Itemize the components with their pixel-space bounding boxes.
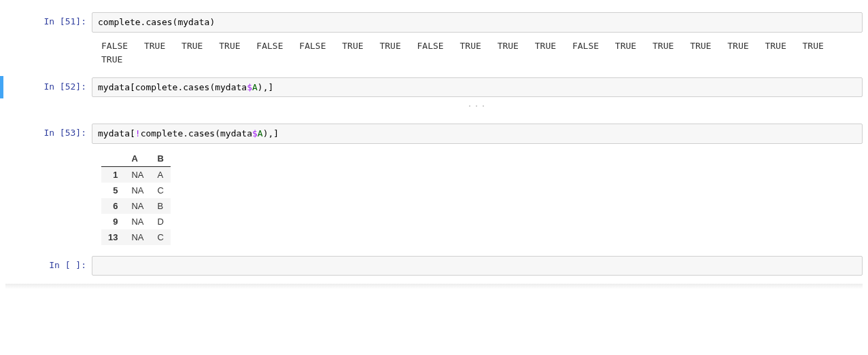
- table-row: 13 NA C: [101, 229, 171, 245]
- cell-A: NA: [124, 229, 150, 245]
- table-row: 6 NA B: [101, 198, 171, 214]
- code-input[interactable]: [92, 256, 863, 276]
- code-token: mydata: [215, 82, 247, 92]
- code-token: [: [130, 128, 135, 138]
- output-cell-53: . A B 1 NA A 5: [0, 148, 868, 250]
- code-token: complete.cases: [141, 128, 215, 138]
- table-index-header: [101, 151, 124, 167]
- row-index: 5: [101, 183, 124, 198]
- row-index: 1: [101, 166, 124, 183]
- cell-B: C: [151, 229, 171, 245]
- output-cell-51: . FALSE TRUE TRUE TRUE FALSE FALSE TRUE …: [0, 37, 868, 72]
- code-token: complete.cases: [135, 82, 210, 92]
- input-prompt: In [52]:: [3, 77, 92, 92]
- cell-A: NA: [124, 183, 150, 198]
- code-token: [: [130, 82, 135, 92]
- code-token: mydata: [98, 82, 130, 92]
- code-cell-empty[interactable]: In [ ]:: [0, 255, 868, 278]
- code-token: ]: [273, 128, 279, 138]
- table-row: 5 NA C: [101, 183, 171, 198]
- cell-A: NA: [124, 198, 150, 214]
- code-token: complete.cases: [98, 17, 173, 27]
- code-token: mydata: [177, 17, 209, 27]
- row-index: 9: [101, 214, 124, 229]
- code-input[interactable]: complete.cases(mydata): [92, 12, 863, 33]
- dataframe-output: A B 1 NA A 5 NA C 6: [92, 148, 864, 248]
- table-row: 9 NA D: [101, 214, 171, 229]
- input-prompt: In [53]:: [3, 124, 92, 138]
- code-input[interactable]: mydata[complete.cases(mydata$A),]: [92, 77, 863, 98]
- code-token: $: [252, 128, 258, 138]
- code-cell-52[interactable]: In [52]: mydata[complete.cases(mydata$A)…: [0, 76, 868, 99]
- code-token: ): [258, 82, 263, 92]
- code-token: A: [258, 128, 263, 138]
- cell-B: A: [151, 166, 171, 183]
- output-cell-52: . ···: [0, 101, 868, 118]
- cell-B: B: [151, 198, 171, 214]
- code-token: (: [215, 128, 220, 138]
- table-header-row: A B: [101, 151, 171, 167]
- code-token: $: [247, 82, 252, 92]
- collapsed-output-ellipsis: ···: [92, 101, 864, 111]
- code-token: !: [135, 128, 141, 138]
- code-token: A: [252, 82, 258, 92]
- table-row: 1 NA A: [101, 166, 171, 183]
- row-index: 6: [101, 198, 124, 214]
- notebook-container: In [51]: complete.cases(mydata) . FALSE …: [0, 0, 868, 293]
- code-token: mydata: [98, 128, 130, 138]
- table-col-B: B: [151, 151, 171, 167]
- code-token: ): [209, 17, 215, 27]
- code-cell-51[interactable]: In [51]: complete.cases(mydata): [0, 11, 868, 34]
- code-input[interactable]: mydata[!complete.cases(mydata$A),]: [92, 124, 863, 144]
- row-index: 13: [101, 229, 124, 245]
- input-prompt: In [ ]:: [3, 256, 92, 270]
- code-cell-53[interactable]: In [53]: mydata[!complete.cases(mydata$A…: [0, 122, 868, 145]
- output-table: A B 1 NA A 5 NA C 6: [101, 151, 171, 245]
- input-prompt: In [51]:: [3, 12, 92, 26]
- cell-A: NA: [124, 166, 150, 183]
- code-token: mydata: [220, 128, 252, 138]
- text-output: FALSE TRUE TRUE TRUE FALSE FALSE TRUE TR…: [92, 37, 864, 69]
- cell-A: NA: [124, 214, 150, 229]
- table-col-A: A: [124, 151, 150, 167]
- cell-B: C: [151, 183, 171, 198]
- code-token: ]: [268, 82, 273, 92]
- cell-B: D: [151, 214, 171, 229]
